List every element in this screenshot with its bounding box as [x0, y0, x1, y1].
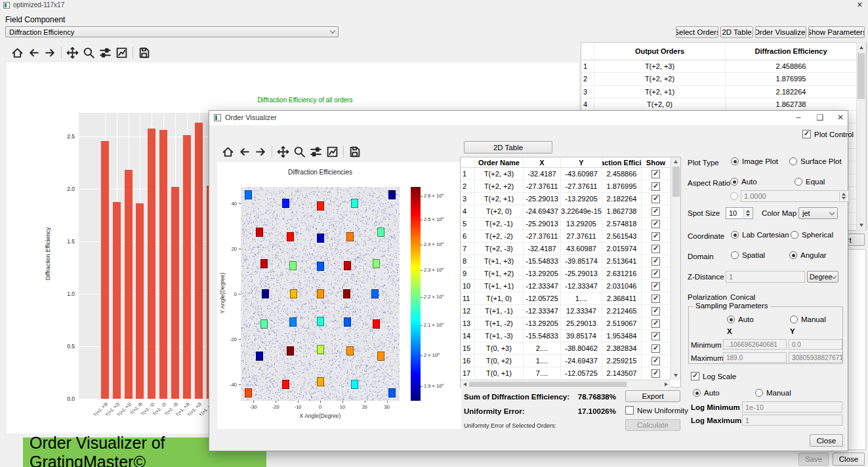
- dialog-export-button[interactable]: Export: [625, 390, 680, 402]
- pan-icon[interactable]: [276, 145, 290, 159]
- maximum-x-field[interactable]: 189.0: [723, 352, 787, 363]
- resize-grip-icon[interactable]: ⋰: [840, 444, 846, 450]
- close-icon[interactable]: ✕: [831, 113, 850, 122]
- aspect-custom-field[interactable]: 1.0000: [741, 190, 849, 202]
- table-row[interactable]: 3T(+2, +1)2.182264: [581, 86, 866, 98]
- minimum-y-field[interactable]: 0.0: [789, 339, 842, 350]
- table-row[interactable]: 6T(+2, -2)-27.3761127.376112.561543: [461, 230, 680, 243]
- radio-log-manual[interactable]: Manual: [755, 389, 791, 397]
- table-row[interactable]: 17T(0, +1)7....-12.057252.143507: [461, 367, 680, 380]
- scrollbar-thumb[interactable]: [469, 382, 627, 387]
- home-icon[interactable]: [10, 46, 24, 60]
- scroll-up-icon[interactable]: [674, 160, 678, 163]
- dialog-close-button[interactable]: Close: [810, 434, 843, 447]
- radio-aspect-custom[interactable]: [730, 192, 741, 200]
- table-row[interactable]: 11T(+1, 0)-12.057251....2.368411: [461, 293, 680, 305]
- spinner-icon[interactable]: [743, 209, 752, 218]
- 2d-table-button[interactable]: 2D Table: [720, 26, 753, 38]
- scroll-left-icon[interactable]: [463, 382, 466, 386]
- show-checkbox[interactable]: [651, 307, 660, 315]
- dialog-titlebar[interactable]: Order Visualizer – ❑ ✕: [209, 111, 848, 125]
- show-checkbox[interactable]: [651, 232, 660, 241]
- select-orders-button[interactable]: Select Orders: [676, 26, 718, 38]
- table-row[interactable]: 3T(+2, +1)-25.29013-13.292052.182264: [461, 193, 680, 205]
- maximize-icon[interactable]: ❑: [811, 113, 829, 122]
- column-header[interactable]: [581, 43, 594, 60]
- column-header[interactable]: Y: [561, 157, 602, 167]
- save-icon[interactable]: [137, 46, 151, 60]
- scroll-right-icon[interactable]: [665, 382, 668, 386]
- minimum-x-field[interactable]: ..1066962640681: [723, 339, 787, 350]
- z-distance-field[interactable]: 1: [726, 271, 805, 283]
- column-header[interactable]: Diffraction Efficiency: [726, 43, 857, 60]
- show-checkbox[interactable]: [651, 270, 660, 278]
- dialog-table-hscrollbar[interactable]: [461, 380, 671, 388]
- radio-surface-plot[interactable]: Surface Plot: [789, 157, 842, 165]
- log-scale-checkbox[interactable]: Log Scale: [691, 372, 736, 380]
- radio-aspect-equal[interactable]: Equal: [795, 178, 825, 186]
- orders-table-scrollbar[interactable]: [856, 42, 866, 231]
- save-button[interactable]: Save: [798, 453, 829, 466]
- table-row[interactable]: 7T(+2, -3)-32.418743.609872.015974: [461, 243, 680, 255]
- scrollbar-thumb[interactable]: [858, 53, 865, 99]
- radio-spherical[interactable]: Spherical: [791, 231, 833, 239]
- show-checkbox[interactable]: [651, 294, 660, 303]
- table-row[interactable]: 1T(+2, +3)2.458866: [581, 60, 866, 73]
- radio-image-plot[interactable]: Image Plot: [731, 157, 778, 165]
- subplots-icon[interactable]: [98, 46, 112, 60]
- column-header[interactable]: Diffraction Efficiency: [602, 157, 642, 167]
- order-visualizer-button[interactable]: Order Visualizer: [755, 26, 806, 38]
- home-icon[interactable]: [221, 145, 235, 159]
- table-row[interactable]: 15T(0, +3)2....-38.804622.382834: [461, 342, 680, 355]
- table-row[interactable]: 4T(+2, 0)1.862738: [581, 98, 866, 111]
- radio-aspect-auto[interactable]: Auto: [730, 178, 757, 186]
- table-row[interactable]: 5T(+2, -1)-25.2901313.292052.574818: [461, 218, 680, 230]
- scrollbar-thumb[interactable]: [672, 167, 680, 197]
- show-checkbox[interactable]: [651, 245, 660, 253]
- spot-size-field[interactable]: 10: [726, 207, 753, 219]
- radio-sampling-manual[interactable]: Manual: [790, 315, 826, 323]
- table-row[interactable]: 14T(+1, -3)-15.5483339.851741.953484: [461, 330, 680, 342]
- zoom-icon[interactable]: [82, 46, 96, 60]
- table-row[interactable]: 8T(+1, +3)-15.54833-39.851742.513641: [461, 255, 680, 268]
- show-checkbox[interactable]: [651, 170, 660, 178]
- window-close-icon[interactable]: ✕: [857, 1, 863, 9]
- forward-icon[interactable]: [254, 145, 268, 159]
- table-row[interactable]: 2T(+2, +2)-27.37611-27.376111.876995: [461, 180, 680, 193]
- table-row[interactable]: 16T(0, +2)1....-24.694372.259215: [461, 355, 680, 367]
- table-row[interactable]: 12T(+1, -1)-12.3334712.333472.212465: [461, 305, 680, 317]
- scroll-down-icon[interactable]: [674, 374, 678, 377]
- radio-sampling-auto[interactable]: Auto: [727, 315, 754, 323]
- table-row[interactable]: 13T(+1, -2)-13.2920525.290132.519067: [461, 317, 680, 330]
- show-checkbox[interactable]: [651, 357, 660, 365]
- show-checkbox[interactable]: [651, 207, 660, 216]
- radio-angular[interactable]: Angular: [789, 251, 827, 259]
- pan-icon[interactable]: [66, 46, 79, 60]
- color-map-select[interactable]: jet: [798, 207, 838, 219]
- field-component-select[interactable]: Diffraction Efficiency: [5, 26, 339, 37]
- zoom-icon[interactable]: [293, 145, 306, 159]
- table-row[interactable]: 1T(+2, +3)-32.4187-43.609872.458866: [461, 168, 680, 180]
- new-uniformity-checkbox[interactable]: New Uniformity: [625, 406, 688, 415]
- save-icon[interactable]: [348, 145, 362, 159]
- table-row[interactable]: 2T(+2, +2)1.876995: [581, 73, 866, 85]
- spinner-icon[interactable]: [839, 192, 848, 201]
- show-checkbox[interactable]: [651, 220, 660, 228]
- column-header[interactable]: Order Name: [475, 157, 524, 167]
- column-header[interactable]: Output Orders: [594, 43, 726, 60]
- z-distance-unit-select[interactable]: Degree: [807, 271, 838, 283]
- dialog-table-vscrollbar[interactable]: [671, 157, 680, 380]
- column-header[interactable]: [461, 157, 475, 167]
- radio-spatial[interactable]: Spatial: [731, 251, 765, 259]
- show-parameters-button[interactable]: Show Parameters: [808, 26, 865, 38]
- show-checkbox[interactable]: [651, 182, 660, 191]
- scroll-up-icon[interactable]: [859, 46, 863, 49]
- main-close-button[interactable]: Close: [833, 453, 865, 466]
- show-checkbox[interactable]: [651, 257, 660, 266]
- show-checkbox[interactable]: [651, 319, 660, 328]
- table-row[interactable]: 10T(+1, +1)-12.33347-12.333472.031046: [461, 280, 680, 293]
- calculate-button[interactable]: Calculate: [625, 419, 680, 431]
- show-checkbox[interactable]: [651, 282, 660, 291]
- forward-icon[interactable]: [43, 46, 57, 60]
- table-row[interactable]: 4T(+2, 0)-24.694373.22649e-151.862738: [461, 205, 680, 218]
